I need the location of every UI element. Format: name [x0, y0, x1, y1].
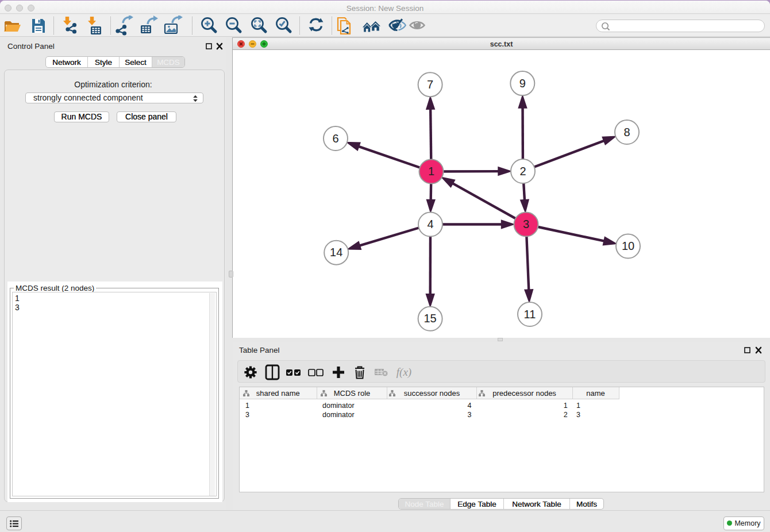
svg-text:10: 10 — [622, 240, 634, 252]
svg-text:4: 4 — [427, 218, 433, 230]
svg-text:7: 7 — [427, 78, 433, 91]
svg-text:15: 15 — [424, 312, 436, 325]
svg-text:3: 3 — [523, 218, 529, 230]
svg-text:2: 2 — [519, 165, 526, 178]
svg-text:14: 14 — [330, 246, 342, 259]
svg-text:8: 8 — [623, 126, 630, 138]
svg-text:11: 11 — [524, 308, 536, 321]
svg-text:9: 9 — [519, 77, 526, 90]
svg-text:1: 1 — [428, 165, 434, 178]
svg-text:f(x): f(x) — [396, 366, 411, 379]
svg-text:6: 6 — [332, 132, 338, 145]
